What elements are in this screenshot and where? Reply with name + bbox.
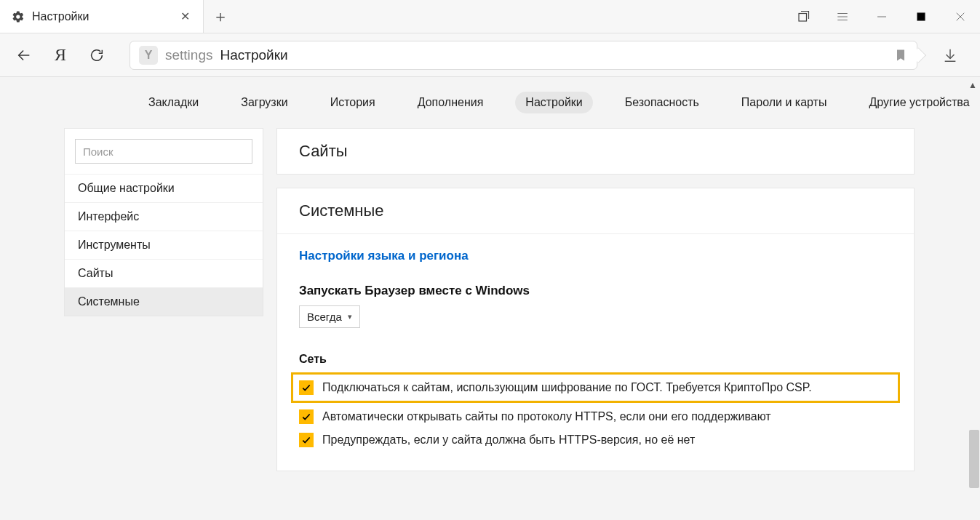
chevron-down-icon: ▾ — [348, 312, 352, 321]
side-item-system[interactable]: Системные — [65, 287, 263, 316]
downloads-button[interactable] — [933, 39, 967, 72]
network-header: Сеть — [299, 353, 892, 366]
svg-rect-0 — [799, 13, 807, 21]
topnav-security[interactable]: Безопасность — [615, 92, 709, 113]
checkbox-https-warn[interactable] — [299, 433, 314, 447]
side-item-tools[interactable]: Инструменты — [65, 231, 263, 259]
toolbar: Я Y settings Настройки — [0, 33, 980, 77]
check-row-https-warn[interactable]: Предупреждать, если у сайта должна быть … — [299, 428, 892, 452]
collections-icon[interactable] — [784, 0, 823, 33]
check-row-gost[interactable]: Подключаться к сайтам, использующим шифр… — [295, 376, 896, 399]
side-item-general[interactable]: Общие настройки — [65, 174, 263, 202]
new-tab-button[interactable]: ＋ — [204, 0, 237, 33]
bookmark-icon[interactable] — [893, 48, 908, 63]
checkbox-gost[interactable] — [299, 380, 314, 395]
minimize-button[interactable] — [862, 0, 901, 33]
settings-search-input[interactable] — [75, 139, 252, 164]
startup-select[interactable]: Всегда ▾ — [299, 305, 360, 328]
side-item-interface[interactable]: Интерфейс — [65, 202, 263, 231]
home-button[interactable]: Я — [44, 39, 77, 72]
scroll-up-arrow-icon[interactable]: ▲ — [968, 80, 977, 90]
back-button[interactable] — [7, 39, 41, 72]
side-item-sites[interactable]: Сайты — [65, 259, 263, 287]
topnav-bookmarks[interactable]: Закладки — [138, 92, 209, 113]
yandex-logo-icon: Я — [55, 45, 66, 65]
window-close-button[interactable] — [941, 0, 980, 33]
topnav-downloads[interactable]: Загрузки — [231, 92, 298, 113]
startup-select-value: Всегда — [307, 311, 342, 323]
check-label-https-warn: Предупреждать, если у сайта должна быть … — [322, 433, 695, 447]
settings-maincol: Сайты Системные Настройки языка и регион… — [276, 128, 915, 471]
check-label-gost: Подключаться к сайтам, использующим шифр… — [322, 381, 812, 394]
titlebar: Настройки ✕ ＋ — [0, 0, 980, 33]
site-identity-icon[interactable]: Y — [139, 46, 158, 65]
topnav-passwords[interactable]: Пароли и карты — [731, 92, 837, 113]
menu-icon[interactable] — [823, 0, 862, 33]
close-tab-icon[interactable]: ✕ — [178, 7, 193, 26]
lang-region-link[interactable]: Настройки языка и региона — [299, 249, 892, 263]
maximize-button[interactable] — [901, 0, 941, 33]
settings-topnav: Закладки Загрузки История Дополнения Нас… — [0, 77, 980, 128]
gear-icon — [12, 10, 25, 23]
settings-columns: Общие настройки Интерфейс Инструменты Са… — [0, 128, 980, 471]
content-viewport: ▲ Закладки Загрузки История Дополнения Н… — [0, 77, 980, 520]
topnav-settings[interactable]: Настройки — [515, 92, 592, 113]
reload-button[interactable] — [80, 39, 113, 72]
tab-title: Настройки — [32, 10, 170, 23]
topnav-addons[interactable]: Дополнения — [407, 92, 494, 113]
topnav-history[interactable]: История — [320, 92, 386, 113]
browser-tab[interactable]: Настройки ✕ — [0, 0, 204, 33]
titlebar-spacer — [237, 0, 784, 33]
card-sites-title: Сайты — [277, 129, 914, 174]
card-system-title: Системные — [277, 188, 914, 233]
svg-rect-5 — [917, 12, 925, 20]
address-title: Настройки — [220, 47, 287, 63]
check-label-https-auto: Автоматически открывать сайты по протоко… — [322, 410, 771, 423]
addressbar[interactable]: Y settings Настройки — [130, 41, 917, 70]
check-row-https-auto[interactable]: Автоматически открывать сайты по протоко… — [299, 405, 892, 428]
checkbox-https-auto[interactable] — [299, 409, 314, 424]
vertical-scrollbar[interactable] — [969, 430, 979, 488]
address-prefix: settings — [165, 47, 212, 63]
startup-label: Запускать Браузер вместе с Windows — [299, 284, 892, 298]
card-sites: Сайты — [276, 128, 915, 175]
topnav-other-devices[interactable]: Другие устройства — [859, 92, 979, 113]
card-system: Системные Настройки языка и региона Запу… — [276, 188, 915, 471]
settings-sidepanel: Общие настройки Интерфейс Инструменты Са… — [64, 128, 263, 316]
